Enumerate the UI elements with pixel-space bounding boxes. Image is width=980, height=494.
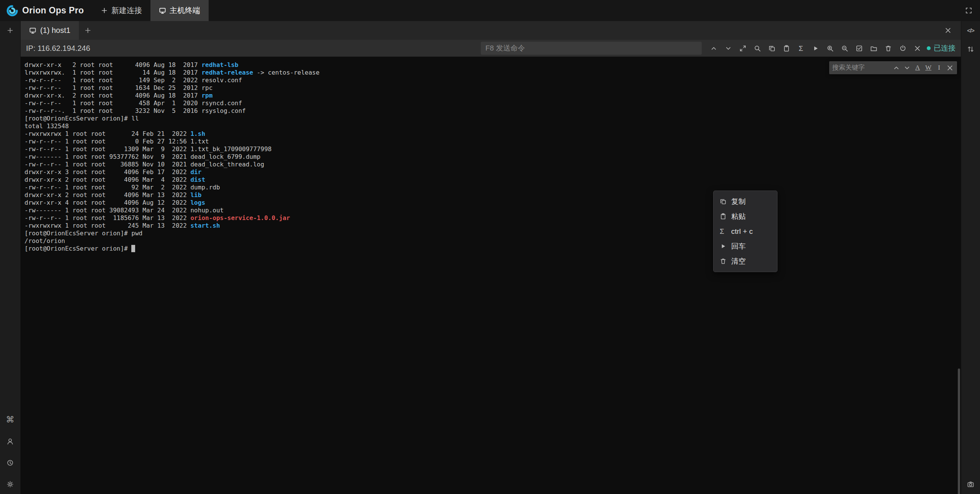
close-terminal-button[interactable] <box>911 42 923 54</box>
disconnect-button[interactable] <box>897 42 908 54</box>
fullscreen-terminal-button[interactable] <box>737 42 748 54</box>
sigma-icon: Σ <box>720 228 727 235</box>
host-terminal-label: 主机终端 <box>170 5 200 16</box>
code-icon: </> <box>967 28 974 33</box>
tab-bar: (1) host1 <box>21 21 961 40</box>
plus-icon <box>101 7 108 14</box>
power-icon <box>899 45 906 52</box>
close-all-tabs-button[interactable] <box>944 27 952 34</box>
copy-icon <box>768 45 776 52</box>
dashboard-icon <box>7 459 14 466</box>
dashboard-button[interactable] <box>4 458 16 467</box>
terminal[interactable]: drwxr-xr-x 2 root root 4096 Aug 18 2017 … <box>21 57 961 494</box>
terminal-output: drwxr-xr-x 2 root root 4096 Aug 18 2017 … <box>24 61 961 253</box>
sigma-icon: Σ <box>799 45 803 52</box>
enter-button[interactable] <box>810 42 821 54</box>
terminal-line: -rwxrwxrwx 1 root root 245 Mar 13 2022 s… <box>24 222 961 230</box>
terminal-line: total 132548 <box>24 122 961 130</box>
checkbox-button[interactable] <box>853 42 865 54</box>
paste-button[interactable] <box>781 42 792 54</box>
scroll-bottom-button[interactable] <box>722 42 734 54</box>
match-case-button[interactable]: A <box>913 63 922 72</box>
camera-icon <box>967 481 974 488</box>
code-editor-button[interactable]: </> <box>961 21 980 40</box>
trash-icon <box>885 45 892 52</box>
search-close-button[interactable] <box>946 63 954 72</box>
terminal-tab-host1[interactable]: (1) host1 <box>21 21 79 40</box>
terminal-line: drwxr-xr-x 4 root root 4096 Aug 12 2022 … <box>24 199 961 207</box>
monitor-icon <box>159 7 166 14</box>
terminal-header: IP: 116.62.194.246 Σ 已连接 <box>21 40 961 57</box>
context-menu: 复制粘贴Σctrl + c回车清空 <box>713 191 777 272</box>
chevron-down-icon <box>903 64 911 72</box>
user-icon <box>7 438 14 445</box>
clear-screen-button[interactable] <box>882 42 894 54</box>
regex-button[interactable]: I <box>935 63 943 72</box>
terminal-line: [root@OrionEcsServer orion]# pwd <box>24 230 961 237</box>
host-terminal-menu[interactable]: 主机终端 <box>150 0 209 21</box>
status-dot <box>927 46 931 50</box>
menu-paste[interactable]: 粘贴 <box>714 209 777 224</box>
new-tab-button[interactable] <box>79 21 97 40</box>
chevron-down-icon <box>725 45 732 52</box>
command-input[interactable] <box>481 42 702 55</box>
search-button[interactable] <box>751 42 763 54</box>
terminal-line: -rw-r--r-- 1 root root 149 Sep 2 2022 re… <box>24 77 961 84</box>
tab-label: (1) host1 <box>40 26 70 35</box>
paste-icon <box>720 213 727 220</box>
terminal-line: drwxr-xr-x 2 root root 4096 Aug 18 2017 … <box>24 61 961 69</box>
app-fullscreen-button[interactable] <box>965 7 972 14</box>
whole-word-button[interactable]: W <box>924 63 933 72</box>
settings-button[interactable] <box>4 479 16 489</box>
user-button[interactable] <box>4 437 16 446</box>
terminal-scrollbar[interactable] <box>958 368 960 494</box>
right-sidebar-bottom <box>961 479 980 494</box>
close-icon <box>946 64 954 72</box>
folder-icon <box>870 45 877 52</box>
screenshot-button[interactable] <box>965 479 977 489</box>
menu-enter[interactable]: 回车 <box>714 239 777 254</box>
terminal-line: drwxr-xr-x 2 root root 4096 Mar 4 2022 d… <box>24 176 961 184</box>
checkbox-icon <box>856 45 863 52</box>
copy-button[interactable] <box>766 42 777 54</box>
menu-copy[interactable]: 复制 <box>714 194 777 209</box>
monitor-icon <box>29 27 36 34</box>
plus-icon <box>7 27 14 34</box>
left-sidebar-bottom: ⌘ <box>0 415 20 494</box>
paste-icon <box>783 45 790 52</box>
status-label: 已连接 <box>934 43 956 53</box>
context-menu-label: 复制 <box>731 198 746 205</box>
search-input[interactable] <box>832 64 890 72</box>
sort-button[interactable] <box>961 40 980 59</box>
search-next-button[interactable] <box>903 63 911 72</box>
play-icon <box>720 243 727 250</box>
zoom-out-button[interactable] <box>839 42 850 54</box>
left-sidebar-top <box>0 21 20 40</box>
menu-clear[interactable]: 清空 <box>714 254 777 269</box>
trash-icon <box>720 258 727 265</box>
terminal-line: lrwxrwxrwx. 1 root root 14 Aug 18 2017 r… <box>24 69 961 77</box>
commands-button[interactable]: ⌘ <box>4 415 16 424</box>
scroll-top-button[interactable] <box>708 42 719 54</box>
terminal-line: drwxr-xr-x. 2 root root 4096 Aug 18 2017… <box>24 92 961 99</box>
search-panel: AWI <box>829 61 957 74</box>
expand-icon <box>739 45 746 52</box>
context-menu-label: 粘贴 <box>731 213 746 220</box>
add-connection-button[interactable] <box>0 21 20 40</box>
interrupt-button[interactable]: Σ <box>795 42 807 54</box>
zoom-in-button[interactable] <box>824 42 836 54</box>
logo-icon <box>6 5 18 17</box>
terminal-line: -rw------- 1 root root 39082493 Mar 24 2… <box>24 207 961 214</box>
play-icon <box>812 45 819 52</box>
terminal-line: drwxr-xr-x 3 root root 4096 Feb 17 2022 … <box>24 168 961 176</box>
command-icon: ⌘ <box>6 416 15 424</box>
sftp-folder-button[interactable] <box>868 42 879 54</box>
zoom-out-icon <box>841 45 848 52</box>
new-connection-menu[interactable]: 新建连接 <box>92 0 150 21</box>
search-prev-button[interactable] <box>892 63 900 72</box>
menu-ctrl-c[interactable]: Σctrl + c <box>714 224 777 239</box>
app-title: Orion Ops Pro <box>22 5 84 16</box>
right-sidebar: </> <box>961 21 980 494</box>
chevron-up-icon <box>893 64 900 72</box>
new-connection-label: 新建连接 <box>111 5 142 16</box>
